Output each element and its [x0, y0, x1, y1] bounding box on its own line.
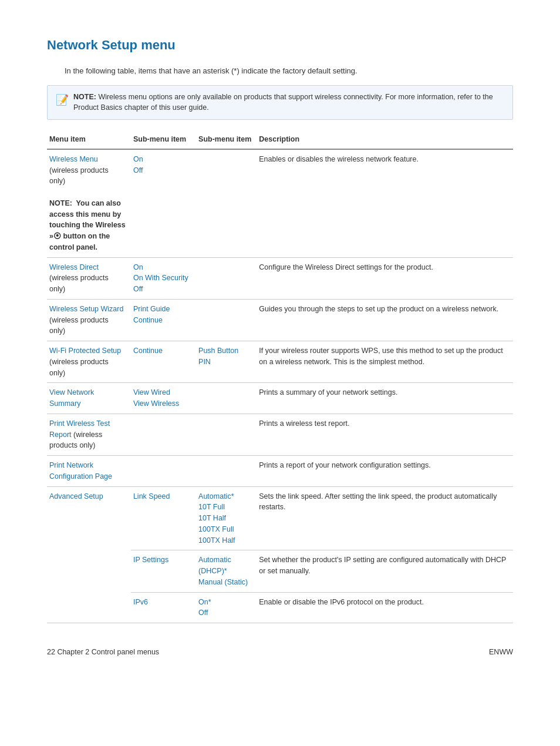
footer-left: 22 Chapter 2 Control panel menus — [47, 647, 159, 658]
sub2-item — [196, 383, 257, 414]
description: Enable or disable the IPv6 protocol on t… — [257, 592, 513, 623]
table-row: Wireless Setup Wizard (wireless products… — [47, 299, 513, 341]
description: Guides you through the steps to set up t… — [257, 299, 513, 341]
menu-item: Wireless Direct (wireless products only) — [47, 257, 131, 299]
menu-item: Print Wireless Test Report (wireless pro… — [47, 414, 131, 455]
network-setup-table: Menu item Sub-menu item Sub-menu item De… — [47, 130, 513, 623]
sub1-item: IP Settings — [131, 550, 196, 592]
description: Enables or disables the wireless network… — [257, 149, 513, 257]
header-sub2: Sub-menu item — [196, 130, 257, 149]
sub2-item — [196, 414, 257, 455]
description: Prints a summary of your network setting… — [257, 383, 513, 414]
sub2-item — [196, 149, 257, 257]
sub1-item: View Wired View Wireless — [131, 383, 196, 414]
sub1-item: Continue — [131, 341, 196, 383]
description: Sets the link speed. After setting the l… — [257, 486, 513, 550]
sub2-item — [196, 257, 257, 299]
description: Prints a wireless test report. — [257, 414, 513, 455]
menu-item: View Network Summary — [47, 383, 131, 414]
sub1-item: On On With Security Off — [131, 257, 196, 299]
header-desc: Description — [257, 130, 513, 149]
note-box: 📝 NOTE: Wireless menu options are only a… — [47, 85, 513, 120]
sub2-item — [196, 299, 257, 341]
intro-text: In the following table, items that have … — [65, 65, 513, 77]
description: Configure the Wireless Direct settings f… — [257, 257, 513, 299]
menu-item: Wireless Setup Wizard (wireless products… — [47, 299, 131, 341]
table-row: Wi-Fi Protected Setup (wireless products… — [47, 341, 513, 383]
description: Set whether the product's IP setting are… — [257, 550, 513, 592]
header-menu: Menu item — [47, 130, 131, 149]
footer: 22 Chapter 2 Control panel menus ENWW — [47, 647, 513, 658]
note-icon: 📝 — [56, 92, 69, 108]
sub1-item — [131, 414, 196, 455]
table-row: Print Wireless Test Report (wireless pro… — [47, 414, 513, 455]
sub2-item — [196, 456, 257, 487]
sub1-item — [131, 456, 196, 487]
footer-right: ENWW — [489, 647, 513, 658]
menu-item: Print Network Configuration Page — [47, 456, 131, 487]
menu-item: Advanced Setup — [47, 486, 131, 623]
description: Prints a report of your network configur… — [257, 456, 513, 487]
sub2-item: On* Off — [196, 592, 257, 623]
table-row: Wireless Menu (wireless products only) N… — [47, 149, 513, 257]
note-content: NOTE: Wireless menu options are only ava… — [73, 92, 504, 114]
menu-item: Wireless Menu (wireless products only) N… — [47, 149, 131, 257]
sub1-item: On Off — [131, 149, 196, 257]
sub2-item: Automatic* 10T Full 10T Half 100TX Full … — [196, 486, 257, 550]
menu-item: Wi-Fi Protected Setup (wireless products… — [47, 341, 131, 383]
table-row: Print Network Configuration Page Prints … — [47, 456, 513, 487]
sub2-item: Push Button PIN — [196, 341, 257, 383]
page-title: Network Setup menu — [47, 35, 513, 55]
table-row: Advanced Setup Link Speed Automatic* 10T… — [47, 486, 513, 550]
table-row: Wireless Direct (wireless products only)… — [47, 257, 513, 299]
sub2-item: Automatic (DHCP)* Manual (Static) — [196, 550, 257, 592]
sub1-item: IPv6 — [131, 592, 196, 623]
description: If your wireless router supports WPS, us… — [257, 341, 513, 383]
sub1-item: Link Speed — [131, 486, 196, 550]
table-row: View Network Summary View Wired View Wir… — [47, 383, 513, 414]
sub1-item: Print Guide Continue — [131, 299, 196, 341]
header-sub1: Sub-menu item — [131, 130, 196, 149]
